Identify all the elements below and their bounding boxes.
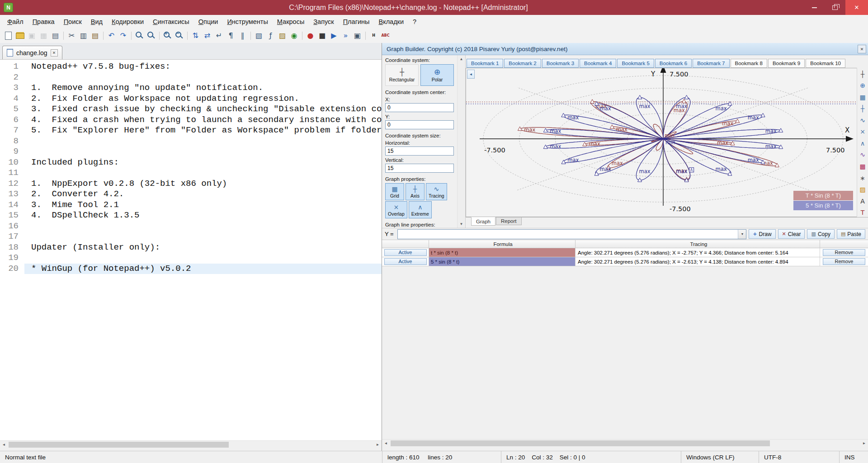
- bookmark-tab[interactable]: Bookmark 8: [731, 59, 767, 68]
- scroll-down-arrow[interactable]: ▼: [458, 220, 465, 228]
- save-all-icon[interactable]: ▦: [38, 30, 49, 42]
- cut-icon[interactable]: ✂: [66, 30, 77, 42]
- formula-combobox[interactable]: ▼: [397, 229, 746, 239]
- scrollbar-thumb[interactable]: [9, 442, 229, 448]
- graph-canvas[interactable]: ◄ maxmaxmaxmaxmaxmaxmaxmaxmaxmaxmaxmaxma…: [466, 68, 857, 217]
- bookmark-tab[interactable]: Bookmark 3: [542, 59, 579, 68]
- sync-vertical-icon[interactable]: ⇅: [190, 30, 201, 42]
- center-y-input[interactable]: [385, 120, 454, 129]
- menu-item[interactable]: Синтаксисы: [148, 16, 194, 27]
- horizontal-size-input[interactable]: [385, 146, 454, 156]
- toolbar-icon[interactable]: [129, 30, 133, 42]
- scrollbar-thumb[interactable]: [391, 440, 770, 446]
- toolbar-icon[interactable]: [185, 30, 189, 42]
- tab-close-icon[interactable]: ✕: [51, 49, 58, 57]
- draw-button[interactable]: + Draw: [749, 229, 775, 239]
- polar-tool-icon[interactable]: ⊕: [858, 81, 867, 90]
- panel-horizontal-scrollbar[interactable]: ◄ ►: [382, 439, 868, 447]
- remove-button[interactable]: Remove: [823, 258, 865, 265]
- formula-cell[interactable]: 5 * sin (8 * t): [429, 257, 576, 266]
- open-folder-icon[interactable]: [14, 30, 26, 42]
- menu-item[interactable]: ?: [408, 16, 421, 27]
- menu-item[interactable]: Вкладки: [374, 16, 408, 27]
- bookmark-tab[interactable]: Bookmark 4: [580, 59, 616, 68]
- remove-button[interactable]: Remove: [823, 249, 865, 256]
- bookmark-tab[interactable]: Bookmark 1: [467, 59, 503, 68]
- grid-toggle[interactable]: ▦ Grid: [385, 183, 404, 200]
- menu-item[interactable]: Кодировки: [107, 16, 148, 27]
- rectangular-tool-icon[interactable]: ┼: [858, 70, 867, 79]
- vertical-size-input[interactable]: [385, 164, 454, 173]
- print-icon[interactable]: ▤: [50, 30, 61, 42]
- document-map-icon[interactable]: ▧: [253, 30, 264, 42]
- copy-button[interactable]: ▥ Copy: [807, 229, 834, 239]
- rectangular-button[interactable]: ┼ Rectangular: [385, 64, 419, 86]
- tracing-toggle[interactable]: ∿ Tracing: [426, 183, 447, 200]
- menu-item[interactable]: Файл: [3, 16, 28, 27]
- insert-mode-status[interactable]: INS: [839, 451, 855, 463]
- axis-tool-icon[interactable]: ┼: [858, 104, 867, 113]
- copy-icon[interactable]: ▥: [78, 30, 89, 42]
- axis-toggle[interactable]: ┼ Axis: [406, 183, 425, 200]
- formula-cell[interactable]: t * sin (8 * t): [429, 248, 576, 257]
- indent-guide-icon[interactable]: ∥: [237, 30, 248, 42]
- tracing-tool-icon[interactable]: ∿: [858, 116, 867, 125]
- center-x-input[interactable]: [385, 103, 454, 112]
- macro-run-multiple-icon[interactable]: »: [340, 30, 351, 42]
- toolbar-icon[interactable]: [249, 30, 253, 42]
- polar-button[interactable]: ⊕ Polar: [420, 64, 454, 86]
- bookmark-tab[interactable]: Bookmark 10: [806, 59, 845, 68]
- scroll-left-arrow[interactable]: ◄: [0, 441, 8, 449]
- npp-export-icon[interactable]: H: [368, 30, 379, 42]
- restore-button[interactable]: [825, 0, 845, 15]
- zoom-out-icon[interactable]: −: [174, 30, 185, 42]
- save-icon[interactable]: ▣: [26, 30, 38, 42]
- eol-format-status[interactable]: Windows (CR LF): [681, 451, 735, 463]
- show-all-chars-icon[interactable]: ¶: [225, 30, 236, 42]
- menu-item[interactable]: Поиск: [59, 16, 86, 27]
- sign-tool-icon[interactable]: A: [858, 197, 867, 206]
- menu-item[interactable]: Вид: [86, 16, 107, 27]
- clear-button[interactable]: ✕ Clear: [778, 229, 805, 239]
- sync-horizontal-icon[interactable]: ⇄: [202, 30, 213, 42]
- extreme-tool-icon[interactable]: ∧: [858, 139, 867, 148]
- formula-input[interactable]: [398, 230, 738, 239]
- close-button[interactable]: ✕: [845, 0, 868, 15]
- toolbar-icon[interactable]: [300, 30, 304, 42]
- redo-icon[interactable]: ↷: [118, 30, 129, 42]
- word-wrap-icon[interactable]: ↵: [213, 30, 225, 42]
- text-editor[interactable]: 1 Notepad++ v7.5.8 bug-fixes: 2 3 1. Rem…: [0, 60, 382, 440]
- bookmark-tab[interactable]: Bookmark 2: [504, 59, 541, 68]
- macro-stop-icon[interactable]: ■: [316, 30, 328, 42]
- tab-changelog[interactable]: change.log ✕: [2, 46, 62, 59]
- scroll-up-arrow[interactable]: ▲: [458, 55, 465, 63]
- menu-item[interactable]: Плагины: [339, 16, 374, 27]
- paste-button[interactable]: ▤ Paste: [837, 229, 865, 239]
- active-button[interactable]: Active: [384, 258, 427, 265]
- macro-record-icon[interactable]: ●: [305, 30, 316, 42]
- panel-close-icon[interactable]: ✕: [858, 45, 866, 53]
- scroll-left-arrow[interactable]: ◄: [382, 439, 390, 447]
- folder-workspace-icon[interactable]: ▨: [277, 30, 288, 42]
- menu-item[interactable]: Запуск: [309, 16, 338, 27]
- file-monitor-icon[interactable]: ◉: [288, 30, 300, 42]
- toolbar-icon[interactable]: [157, 30, 161, 42]
- function-list-icon[interactable]: ƒ: [265, 30, 276, 42]
- toolbar-icon[interactable]: [101, 30, 105, 42]
- active-button[interactable]: Active: [384, 249, 427, 256]
- spell-check-icon[interactable]: ABC: [380, 30, 391, 42]
- graph-tab[interactable]: Graph: [471, 217, 495, 226]
- menu-item[interactable]: Инструменты: [222, 16, 272, 27]
- paste-icon[interactable]: ▤: [90, 30, 101, 42]
- scroll-right-arrow[interactable]: ►: [374, 441, 382, 449]
- bookmark-tab[interactable]: Bookmark 5: [617, 59, 654, 68]
- autoquality-tool-icon[interactable]: ∗: [858, 174, 867, 183]
- antialias-tool-icon[interactable]: ∿: [858, 151, 867, 160]
- bookmark-tab[interactable]: Bookmark 9: [768, 59, 805, 68]
- toolbar-icon[interactable]: [61, 30, 66, 42]
- macro-save-icon[interactable]: ▣: [352, 30, 363, 42]
- grid-tool-icon[interactable]: ▦: [858, 93, 867, 102]
- new-file-icon[interactable]: [3, 30, 14, 42]
- menu-item[interactable]: Правка: [28, 16, 59, 27]
- encoding-status[interactable]: UTF-8: [759, 451, 781, 463]
